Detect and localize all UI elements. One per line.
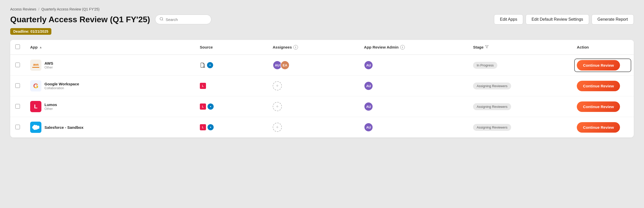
continue-review-button[interactable]: Continue Review [577,60,620,71]
lumos-source-icon: L [200,83,206,89]
header-app: App ▲ [25,40,195,55]
generate-report-button[interactable]: Generate Report [592,14,634,25]
stage-badge: Assigning Reviewers [473,83,511,89]
assignees-info-icon[interactable]: i [293,45,298,50]
assignee-avatar-2: EA [280,61,290,70]
source-cell: L [195,76,268,96]
svg-point-6 [210,65,211,66]
add-assignee-button[interactable]: + [273,81,282,90]
page-title: Quarterly Access Review (Q1 FY'25) [10,15,150,24]
app-name: Google Workspace [44,82,79,86]
breadcrumb-separator: / [38,7,39,11]
svg-point-10 [210,127,211,128]
edit-apps-button[interactable]: Edit Apps [494,14,523,25]
admin-info-icon[interactable]: i [400,45,405,50]
admin-cell: AU [359,76,468,96]
stage-badge: Assigning Reviewers [473,124,511,131]
row-checkbox[interactable] [15,83,20,88]
continue-review-button[interactable]: Continue Review [577,101,620,112]
source-cell: L [195,96,268,117]
header-assignees: Assignees i [268,40,359,55]
app-info: Salesforce - Sandbox [44,125,84,130]
search-icon [159,17,164,22]
breadcrumb-current: Quarterly Access Review (Q1 FY'25) [41,7,100,11]
header-stage: Stage [468,40,572,55]
page-wrapper: Access Reviews / Quarterly Access Review… [0,0,644,145]
source-icons: L [200,103,262,110]
app-cell: G Google Workspace Collaboration [25,76,195,96]
row-checkbox-cell [10,55,25,76]
action-cell: Continue Review [572,55,634,76]
app-logo-lumos: L [30,101,41,112]
assignees-cell: AU EA [268,55,359,76]
continue-review-button[interactable]: Continue Review [577,81,620,91]
add-assignee-button[interactable]: + [273,123,282,132]
app-cell: L Lumos Other [25,96,195,117]
table-row: G Google Workspace Collaboration L + [10,76,634,96]
action-cell: Continue Review [572,76,634,96]
header-action: Action [572,40,634,55]
source-cell: L [195,117,268,138]
continue-review-button[interactable]: Continue Review [577,122,620,133]
table-row: L Lumos Other L + [10,96,634,117]
stage-badge: In Progress [473,62,497,69]
source-icons: L [200,124,262,130]
app-name: Salesforce - Sandbox [44,125,84,130]
row-checkbox[interactable] [15,104,20,109]
doc-source-icon [200,62,205,68]
app-cell: Salesforce - Sandbox [25,117,195,138]
app-logo-salesforce [30,122,41,133]
svg-point-0 [160,17,163,20]
row-checkbox[interactable] [15,63,20,67]
assignees-cell: + [268,76,359,96]
select-all-checkbox[interactable] [15,44,20,49]
okta-source-icon [207,62,213,68]
stage-cell: Assigning Reviewers [468,117,572,138]
app-info: AWS Other [44,61,53,69]
add-assignee-button[interactable]: + [273,102,282,111]
search-box[interactable] [155,15,211,24]
stage-filter-icon[interactable] [485,45,489,49]
admin-cell: AU [359,55,468,76]
header-checkbox-cell [10,40,25,55]
source-icons [200,62,262,68]
admin-cell: AU [359,96,468,117]
assignees-group: + [273,81,354,90]
app-name: Lumos [44,102,57,107]
assignees-cell: + [268,96,359,117]
action-cell: Continue Review [572,96,634,117]
admin-avatar: AU [364,123,373,132]
okta-source-icon [208,103,214,110]
breadcrumb: Access Reviews / Quarterly Access Review… [10,7,634,11]
assignees-group: + [273,102,354,111]
table-header-row: App ▲ Source Assignees i [10,40,634,55]
header-row: Quarterly Access Review (Q1 FY'25) Edit … [10,14,634,25]
admin-avatar: AU [364,81,373,90]
search-input[interactable] [166,17,207,22]
header-source: Source [195,40,268,55]
stage-cell: In Progress [468,55,572,76]
row-checkbox-cell [10,96,25,117]
reviews-table: App ▲ Source Assignees i [10,40,634,137]
table-row: Salesforce - Sandbox L + AU [10,117,634,138]
app-logo-google: G [30,80,41,91]
svg-line-1 [162,20,163,20]
assignees-cell: + [268,117,359,138]
app-name: AWS [44,61,53,65]
svg-point-8 [210,106,211,107]
assignees-group: AU EA [273,61,354,70]
source-cell [195,55,268,76]
stage-cell: Assigning Reviewers [468,96,572,117]
row-checkbox[interactable] [15,125,20,129]
edit-settings-button[interactable]: Edit Default Review Settings [526,14,589,25]
admin-avatar: AU [364,102,373,111]
sort-icon[interactable]: ▲ [39,45,42,49]
table-row: aws AWS Other [10,55,634,76]
source-icons: L [200,83,262,89]
assignees-group: + [273,123,354,132]
row-checkbox-cell [10,76,25,96]
header-admin: App Review Admin i [359,40,468,55]
action-cell: Continue Review [572,117,634,138]
breadcrumb-parent-link[interactable]: Access Reviews [10,7,36,11]
app-info: Google Workspace Collaboration [44,82,79,90]
